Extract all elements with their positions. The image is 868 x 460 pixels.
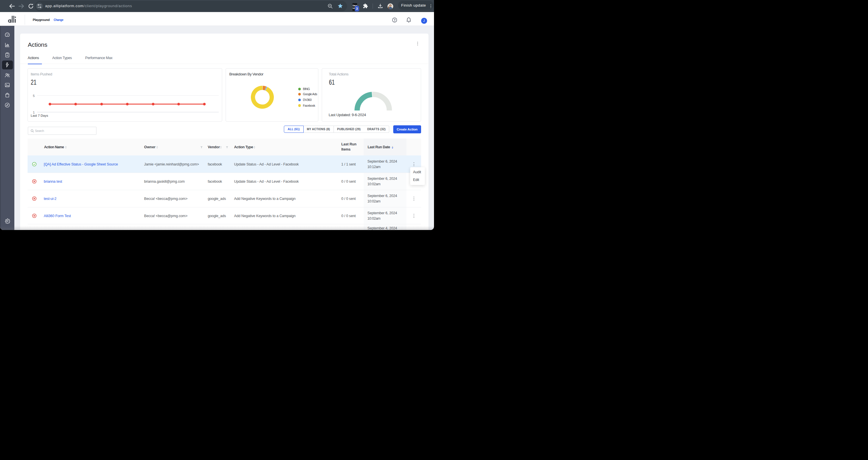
svg-text:1: 1 <box>33 111 34 114</box>
svg-text:5: 5 <box>33 94 34 98</box>
